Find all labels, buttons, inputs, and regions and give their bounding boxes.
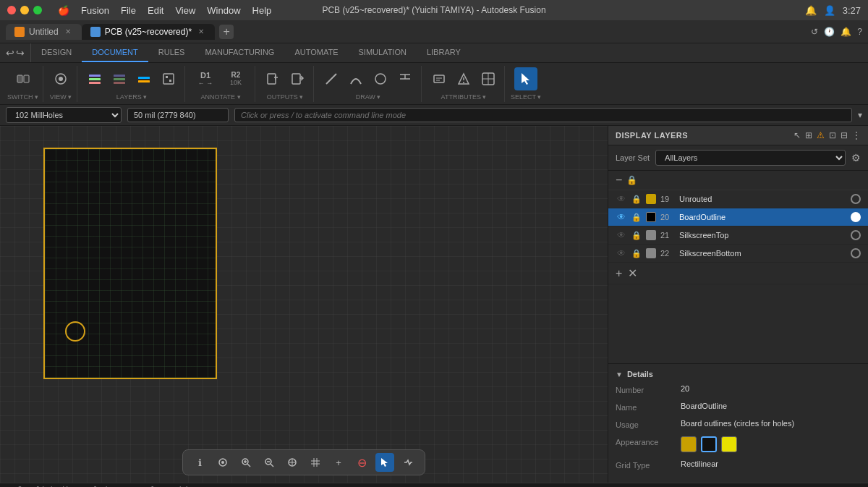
add-btn[interactable]: +	[329, 453, 348, 472]
swatch-gold[interactable]	[681, 436, 697, 452]
outputs-btn1[interactable]	[261, 67, 284, 90]
menu-edit[interactable]: Edit	[148, 5, 163, 16]
layer-visibility-21[interactable]: 👁	[616, 230, 627, 240]
layer-row-20[interactable]: 👁 🔒 20 BoardOutline	[608, 208, 868, 226]
menu-window[interactable]: Window	[207, 5, 240, 16]
swatch-black[interactable]	[701, 436, 717, 452]
menu-fusion[interactable]: Fusion	[81, 5, 109, 16]
maximize-button[interactable]	[33, 6, 42, 14]
filter-icon[interactable]: ⊡	[829, 130, 836, 140]
svg-rect-18	[292, 74, 300, 84]
tab-library[interactable]: LIBRARY	[417, 43, 471, 62]
add-layer-btn[interactable]: +	[616, 267, 622, 280]
redo-button[interactable]: ↪	[16, 47, 25, 59]
menu-help[interactable]: Help	[252, 5, 272, 16]
notification-icon[interactable]: 🔔	[805, 5, 817, 16]
table-icon[interactable]: ⊞	[805, 130, 812, 140]
layer-set-gear-icon[interactable]: ⚙	[851, 152, 861, 164]
switch-tool-btn[interactable]	[12, 67, 35, 90]
layers-tool-btn2[interactable]	[108, 67, 131, 90]
attr-btn1[interactable]	[427, 67, 451, 90]
layer-radio-22[interactable]	[851, 248, 861, 258]
clock-icon[interactable]: 🕐	[824, 27, 835, 37]
attr-btn3[interactable]	[477, 67, 500, 90]
info-btn[interactable]: ℹ	[190, 453, 209, 472]
details-header[interactable]: ▼ Details	[616, 370, 861, 378]
layers-tool-btn1[interactable]	[83, 67, 106, 90]
tab-document[interactable]: DOCUMENT	[82, 43, 148, 62]
zoom-in-btn[interactable]	[237, 453, 255, 472]
annotate-r2-btn[interactable]: R2 10K	[221, 67, 250, 90]
layer-lock-20[interactable]: 🔒	[631, 213, 642, 222]
tab-rules[interactable]: RULES	[148, 43, 195, 62]
collapse-btn[interactable]: −	[616, 174, 622, 187]
layer-set-select[interactable]: AllLayers	[655, 150, 846, 166]
cmd-dropdown-icon[interactable]: ▾	[858, 110, 862, 120]
cursor-mode-icon[interactable]: ↖	[793, 130, 801, 140]
draw-btn2[interactable]	[344, 67, 367, 90]
profile-icon[interactable]: 👤	[824, 5, 835, 16]
cursor-btn[interactable]	[375, 453, 394, 472]
traffic-lights	[7, 6, 42, 14]
layer-radio-20[interactable]	[851, 212, 861, 222]
tab-close-untitled[interactable]: ✕	[63, 27, 73, 37]
layer-lock-21[interactable]: 🔒	[631, 231, 642, 240]
layer-row-22[interactable]: 👁 🔒 22 SilkscreenBottom	[608, 245, 868, 263]
zoom-out-btn[interactable]	[260, 453, 278, 472]
layer-visibility-22[interactable]: 👁	[616, 248, 627, 258]
draw-btn4[interactable]	[393, 67, 417, 90]
layer-lock-19[interactable]: 🔒	[631, 195, 642, 204]
annotate-d1-btn[interactable]: D1 ← →	[191, 67, 220, 90]
menu-view[interactable]: View	[175, 5, 195, 16]
layer-visibility-19[interactable]: 👁	[616, 194, 627, 204]
refresh-icon[interactable]: ↺	[811, 27, 818, 37]
layers-tool-btn3[interactable]	[132, 67, 156, 90]
bell-icon[interactable]: 🔔	[841, 27, 851, 37]
view-tool-btn[interactable]	[49, 67, 72, 90]
zoom-fit-btn[interactable]	[283, 453, 302, 472]
attr-btn2[interactable]	[452, 67, 475, 90]
layer-color-20	[646, 212, 656, 222]
grid-btn[interactable]	[306, 453, 325, 472]
tab-close-pcb[interactable]: ✕	[196, 27, 206, 37]
apple-menu[interactable]: 🍎	[58, 5, 69, 16]
canvas-area[interactable]: ℹ + ⊖	[0, 126, 608, 483]
swatch-yellow[interactable]	[721, 436, 737, 452]
tab-add-button[interactable]: +	[219, 25, 234, 39]
select-btn[interactable]	[514, 67, 537, 90]
layer-set-row: Layer Set AllLayers ⚙	[608, 145, 868, 171]
tab-untitled[interactable]: Untitled ✕	[6, 24, 82, 40]
layer-select[interactable]: 102 MillHoles	[6, 107, 122, 123]
layers-tool-btn4[interactable]	[157, 67, 180, 90]
more-icon[interactable]: ⋮	[852, 130, 861, 140]
tab-pcb[interactable]: PCB (v25~recovered)* ✕	[82, 24, 215, 40]
draw-btn1[interactable]	[320, 67, 343, 90]
command-input[interactable]	[234, 108, 852, 122]
waypoint-btn[interactable]	[399, 453, 417, 472]
minimize-button[interactable]	[20, 6, 29, 14]
layer-radio-19[interactable]	[851, 194, 861, 204]
close-button[interactable]	[7, 6, 16, 14]
number-label: Number	[616, 384, 673, 394]
remove-layer-btn[interactable]: ✕	[628, 266, 637, 280]
warning-icon[interactable]: ⚠	[817, 130, 825, 140]
help-icon[interactable]: ?	[857, 27, 862, 37]
lock-all-btn[interactable]: 🔒	[626, 175, 637, 185]
tab-automate[interactable]: AUTOMATE	[284, 43, 348, 62]
layer-lock-22[interactable]: 🔒	[631, 249, 642, 258]
undo-button[interactable]: ↩	[6, 47, 14, 59]
remove-btn[interactable]: ⊖	[352, 453, 371, 472]
show-hide-btn[interactable]	[213, 453, 232, 472]
menu-file[interactable]: File	[121, 5, 136, 16]
columns-icon[interactable]: ⊟	[841, 130, 848, 140]
tab-simulation[interactable]: SIMULATION	[349, 43, 417, 62]
detail-gridtype-row: Grid Type Rectilinear	[616, 460, 861, 470]
layer-visibility-20[interactable]: 👁	[616, 212, 627, 222]
layer-row-19[interactable]: 👁 🔒 19 Unrouted	[608, 190, 868, 208]
layer-radio-21[interactable]	[851, 230, 861, 240]
tab-design[interactable]: DESIGN	[31, 43, 82, 62]
layer-row-21[interactable]: 👁 🔒 21 SilkscreenTop	[608, 226, 868, 245]
outputs-btn2[interactable]	[286, 67, 309, 90]
tab-manufacturing[interactable]: MANUFACTURING	[195, 43, 284, 62]
draw-btn3[interactable]	[369, 67, 392, 90]
